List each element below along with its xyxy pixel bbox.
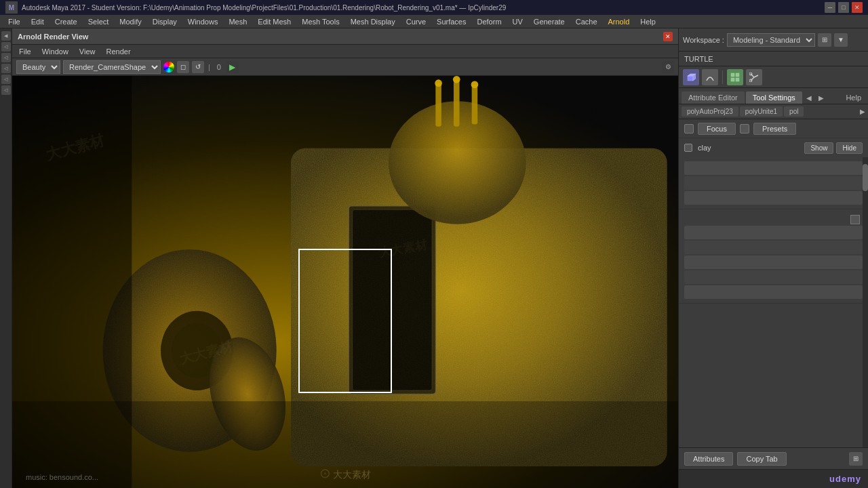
node-tabs-arrow[interactable]: ▶ [860, 108, 865, 115]
show-hide-row: Show Hide [804, 142, 863, 154]
menu-edit-mesh[interactable]: Edit Mesh [252, 15, 296, 28]
attr-field-2[interactable] [684, 176, 863, 190]
focus-checkbox[interactable] [684, 124, 694, 134]
node-tab-3[interactable]: pol [784, 106, 804, 117]
attr-field-4[interactable] [684, 226, 863, 239]
maximize-button[interactable]: □ [838, 2, 849, 13]
menu-curve[interactable]: Curve [401, 15, 431, 28]
color-swatch[interactable] [163, 62, 174, 73]
render-image: 大大素材 大大素材 大大素材 music: bensound.co... ⊙ 大… [12, 76, 678, 488]
tab-tool-settings[interactable]: Tool Settings [746, 92, 802, 104]
right-bottom-bar: Attributes Copy Tab ⊞ [679, 447, 868, 469]
clay-checkbox[interactable] [684, 144, 692, 152]
minimize-button[interactable]: ─ [825, 2, 835, 13]
window-controls: ─ □ ✕ [825, 2, 863, 13]
attr-scrollbar-thumb[interactable] [863, 164, 868, 191]
attr-field-7[interactable] [684, 270, 863, 284]
menu-modify[interactable]: Modify [114, 15, 146, 28]
icon-toolbar [679, 66, 868, 88]
attr-icon-btn[interactable] [850, 215, 860, 224]
render-panel-close-button[interactable]: ✕ [663, 32, 673, 41]
svg-line-30 [751, 74, 754, 77]
render-btn-1[interactable]: ◻ [177, 61, 189, 73]
menu-generate[interactable]: Generate [528, 15, 570, 28]
left-strip-btn-2[interactable]: ◁ [1, 42, 11, 52]
menu-help[interactable]: Help [635, 15, 661, 28]
render-panel-title: Arnold Render View [18, 33, 88, 41]
render-settings-button[interactable]: ⚙ [662, 61, 674, 73]
presets-checkbox[interactable] [740, 124, 749, 134]
menu-cache[interactable]: Cache [570, 15, 603, 28]
tabs-left-chevron[interactable]: ◀ [804, 92, 814, 104]
render-panel-titlebar: Arnold Render View ✕ [12, 28, 678, 45]
attr-field-1[interactable] [684, 161, 863, 175]
focus-button[interactable]: Focus [698, 123, 736, 135]
menu-select[interactable]: Select [83, 15, 115, 28]
clay-label: clay [698, 144, 711, 152]
icon-bend[interactable] [702, 69, 718, 85]
svg-rect-26 [731, 73, 734, 77]
node-tab-2[interactable]: polyUnite1 [740, 106, 783, 117]
menu-mesh-display[interactable]: Mesh Display [345, 15, 401, 28]
attr-field-3[interactable] [684, 191, 863, 205]
camera-dropdown[interactable]: Render_CameraShape [63, 60, 161, 74]
title-bar: M Autodesk Maya 2017 - Student Version: … [0, 0, 868, 15]
show-button[interactable]: Show [804, 142, 833, 154]
udemy-area: udemy [679, 469, 868, 488]
menu-windows[interactable]: Windows [182, 15, 224, 28]
workspace-label: Workspace : [683, 36, 724, 44]
renderer-dropdown[interactable]: Beauty [16, 60, 60, 74]
node-tab-1[interactable]: polyAutoProj23 [682, 106, 738, 117]
attr-field-8[interactable] [684, 285, 863, 299]
render-menu-window[interactable]: Window [38, 47, 73, 56]
frame-number: 0 [214, 63, 224, 71]
icon-3d-cube[interactable] [683, 69, 699, 85]
render-play-button[interactable]: ▶ [226, 61, 239, 73]
attributes-button[interactable]: Attributes [684, 452, 733, 466]
left-strip-btn-1[interactable]: ◀ [1, 31, 11, 41]
render-panel: Arnold Render View ✕ File Window View Re… [12, 28, 678, 488]
render-viewport[interactable]: 大大素材 大大素材 大大素材 music: bensound.co... ⊙ 大… [12, 76, 678, 488]
cube-icon [686, 73, 696, 82]
render-menu-render[interactable]: Render [102, 47, 135, 56]
menu-uv[interactable]: UV [507, 15, 528, 28]
tabs-right-chevron[interactable]: ▶ [816, 92, 827, 104]
workspace-dropdown[interactable]: Modeling - Standard [727, 33, 815, 47]
menu-deform[interactable]: Deform [471, 15, 507, 28]
main-layout: ◀ ◁ ◁ ◁ ◁ ◁ Arnold Render View ✕ File Wi… [0, 28, 868, 488]
hide-button[interactable]: Hide [836, 142, 863, 154]
menu-mesh-tools[interactable]: Mesh Tools [296, 15, 344, 28]
menu-edit[interactable]: Edit [26, 15, 50, 28]
udemy-logo: udemy [829, 474, 861, 484]
icon-grid[interactable] [727, 69, 743, 85]
attr-section-1 [679, 157, 868, 209]
left-strip-btn-4[interactable]: ◁ [1, 64, 11, 73]
attr-scrollbar[interactable] [863, 157, 868, 447]
render-menu-file[interactable]: File [15, 47, 35, 56]
menu-surfaces[interactable]: Surfaces [431, 15, 471, 28]
workspace-icon-btn-1[interactable]: ⊞ [818, 33, 831, 47]
small-icon-btn[interactable]: ⊞ [849, 452, 863, 466]
left-strip-btn-3[interactable]: ◁ [1, 53, 11, 62]
attr-field-5[interactable] [684, 241, 863, 254]
menu-mesh[interactable]: Mesh [223, 15, 252, 28]
attr-help-button[interactable]: Help [842, 92, 865, 104]
menu-arnold[interactable]: Arnold [603, 15, 635, 28]
copy-tab-button[interactable]: Copy Tab [737, 452, 786, 466]
presets-button[interactable]: Presets [753, 123, 796, 135]
workspace-icon-btn-2[interactable]: ▼ [834, 33, 848, 47]
right-panel: Workspace : Modeling - Standard ⊞ ▼ TURT… [678, 28, 868, 488]
close-button[interactable]: ✕ [852, 2, 863, 13]
tab-attribute-editor[interactable]: Attribute Editor [682, 92, 745, 104]
left-strip-btn-5[interactable]: ◁ [1, 75, 11, 84]
render-svg [12, 76, 678, 488]
render-menu-view[interactable]: View [75, 47, 100, 56]
menu-create[interactable]: Create [50, 15, 83, 28]
attr-field-6[interactable] [684, 256, 863, 269]
attr-content[interactable] [679, 157, 868, 447]
left-strip-btn-6[interactable]: ◁ [1, 85, 11, 95]
icon-scissors[interactable] [746, 69, 762, 85]
menu-display[interactable]: Display [147, 15, 182, 28]
menu-file[interactable]: File [3, 15, 26, 28]
render-btn-2[interactable]: ↺ [192, 61, 204, 73]
